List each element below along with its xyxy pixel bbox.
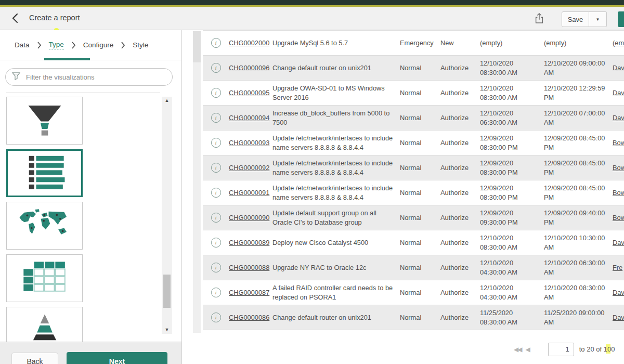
table-vertical-scrollbar[interactable] — [193, 31, 201, 333]
state-value: New — [440, 38, 480, 48]
viz-thumbnail-funnel[interactable] — [6, 97, 83, 145]
assigned-to-link[interactable]: Dav — [613, 64, 624, 72]
filter-funnel-icon — [12, 72, 20, 82]
step-configure[interactable]: Configure — [83, 41, 114, 49]
previous-page-button[interactable]: ◀ — [525, 346, 530, 353]
table-row[interactable]: i CHG0002000 Upgrade MySql 5.6 to 5.7 Em… — [203, 31, 624, 56]
record-number-link[interactable]: CHG0000090 — [229, 214, 269, 222]
scroll-down-icon[interactable]: ▼ — [165, 328, 170, 332]
planned-start-value: 12/09/2020 09:30:00 PM — [480, 209, 544, 227]
table-row[interactable]: i CHG0000088 Upgrade NY RAC to Oracle 12… — [203, 255, 624, 280]
info-icon[interactable]: i — [211, 313, 221, 322]
viz-thumbnail-heatmap[interactable] — [6, 254, 83, 302]
table-row[interactable]: i CHG0000087 A failed RAID controller ca… — [203, 280, 624, 305]
assigned-to-link[interactable]: Bow — [613, 214, 624, 222]
assigned-to-link[interactable]: Dav — [613, 239, 624, 246]
record-number-link[interactable]: CHG0000092 — [229, 164, 269, 172]
planned-start-value: 12/10/2020 08:30:00 AM — [480, 59, 544, 77]
save-button[interactable]: Save — [562, 11, 589, 27]
filter-input[interactable] — [25, 73, 166, 82]
priority-value: Normal — [400, 213, 440, 223]
priority-value: Emergency — [400, 38, 440, 48]
record-number-link[interactable]: CHG0000096 — [229, 64, 269, 72]
assigned-to-link[interactable]: Dav — [613, 314, 624, 321]
info-icon[interactable]: i — [211, 188, 221, 198]
page-number-input[interactable] — [548, 343, 574, 356]
state-value: Authorize — [440, 88, 480, 98]
report-preview-area: i CHG0002000 Upgrade MySql 5.6 to 5.7 Em… — [183, 30, 624, 364]
state-value: Authorize — [440, 213, 480, 223]
record-number-link[interactable]: CHG0000094 — [229, 114, 269, 122]
assigned-to-link[interactable]: Bow — [613, 189, 624, 197]
info-icon[interactable]: i — [211, 163, 221, 173]
record-number-link[interactable]: CHG0002000 — [229, 39, 269, 47]
short-description: Change default router on unix201 — [272, 63, 400, 73]
planned-start-value: 12/09/2020 08:30:00 PM — [480, 184, 544, 202]
info-icon[interactable]: i — [211, 238, 221, 248]
assigned-to-link[interactable]: (empty) — [613, 39, 624, 47]
save-dropdown-button[interactable]: ▼ — [589, 11, 607, 27]
record-number-link[interactable]: CHG0000091 — [229, 189, 269, 197]
share-button[interactable] — [532, 12, 546, 25]
step-type[interactable]: Type — [49, 41, 64, 49]
state-value: Authorize — [440, 188, 480, 198]
record-number-link[interactable]: CHG0000088 — [229, 264, 269, 271]
scroll-up-icon[interactable]: ▲ — [165, 98, 170, 103]
table-row[interactable]: i CHG0000095 Upgrade OWA-SD-01 to MS Win… — [203, 81, 624, 106]
browser-top-strip — [0, 0, 624, 5]
info-icon[interactable]: i — [211, 88, 221, 98]
planned-start-value: 12/10/2020 06:30:00 AM — [480, 109, 544, 127]
info-icon[interactable]: i — [211, 263, 221, 272]
planned-end-value: 12/10/2020 06:30:00 AM — [544, 258, 613, 277]
short-description: Update default support group on all Orac… — [272, 209, 400, 227]
info-icon[interactable]: i — [211, 38, 221, 48]
table-row[interactable]: i CHG0000091 Update /etc/network/interfa… — [203, 180, 624, 205]
table-scrollbar-thumb[interactable] — [193, 31, 201, 62]
back-arrow-button[interactable] — [9, 13, 21, 24]
assigned-to-link[interactable]: Dav — [613, 89, 624, 97]
priority-value: Normal — [400, 263, 440, 272]
viz-thumbnail-bar-list[interactable] — [6, 149, 83, 197]
info-icon[interactable]: i — [211, 138, 221, 148]
chevron-left-icon — [11, 13, 19, 25]
assigned-to-link[interactable]: Bow — [613, 139, 624, 147]
assigned-to-link[interactable]: Dav — [613, 289, 624, 296]
state-value: Authorize — [440, 238, 480, 248]
step-style[interactable]: Style — [133, 41, 148, 49]
next-button[interactable]: Next — [67, 352, 167, 364]
record-number-link[interactable]: CHG0000087 — [229, 289, 269, 296]
priority-value: Normal — [400, 113, 440, 123]
short-description: Change default router on unix201 — [272, 313, 400, 322]
short-description: Update /etc/network/interfaces to includ… — [272, 134, 400, 152]
record-number-link[interactable]: CHG0000095 — [229, 89, 269, 97]
record-number-link[interactable]: CHG0000093 — [229, 139, 269, 147]
record-number-link[interactable]: CHG0000086 — [229, 314, 269, 321]
table-row[interactable]: i CHG0000089 Deploy new Cisco Catalyst 4… — [203, 230, 624, 255]
first-page-button[interactable]: ◀◀ — [514, 346, 521, 353]
back-button[interactable]: Back — [11, 353, 58, 364]
assigned-to-link[interactable]: Fre — [613, 264, 622, 271]
viz-thumbnail-world-map[interactable] — [6, 202, 83, 250]
table-row[interactable]: i CHG0000094 Increase db_block_buffers f… — [203, 106, 624, 131]
assigned-to-link[interactable]: Bow — [613, 164, 624, 172]
step-data[interactable]: Data — [15, 41, 30, 49]
record-number-link[interactable]: CHG0000089 — [229, 239, 269, 246]
table-row[interactable]: i CHG0000086 Change default router on un… — [203, 305, 624, 330]
info-icon[interactable]: i — [211, 213, 221, 223]
table-row[interactable]: i CHG0000096 Change default router on un… — [203, 56, 624, 81]
info-icon[interactable]: i — [211, 113, 221, 123]
info-icon[interactable]: i — [211, 63, 221, 73]
priority-value: Normal — [400, 188, 440, 198]
run-button-partial[interactable] — [618, 11, 624, 27]
state-value: Authorize — [440, 313, 480, 322]
short-description: Update /etc/network/interfaces to includ… — [272, 184, 400, 202]
planned-end-value: 11/25/2020 09:00:00 AM — [544, 308, 613, 327]
table-row[interactable]: i CHG0000090 Update default support grou… — [203, 205, 624, 230]
scrolled-item-edge — [6, 93, 160, 93]
assigned-to-link[interactable]: Dav — [613, 114, 624, 122]
funnel-chart-icon — [16, 101, 73, 140]
info-icon[interactable]: i — [211, 288, 221, 297]
table-row[interactable]: i CHG0000092 Update /etc/network/interfa… — [203, 155, 624, 180]
viz-scrollbar-thumb[interactable] — [163, 275, 171, 308]
table-row[interactable]: i CHG0000093 Update /etc/network/interfa… — [203, 131, 624, 155]
